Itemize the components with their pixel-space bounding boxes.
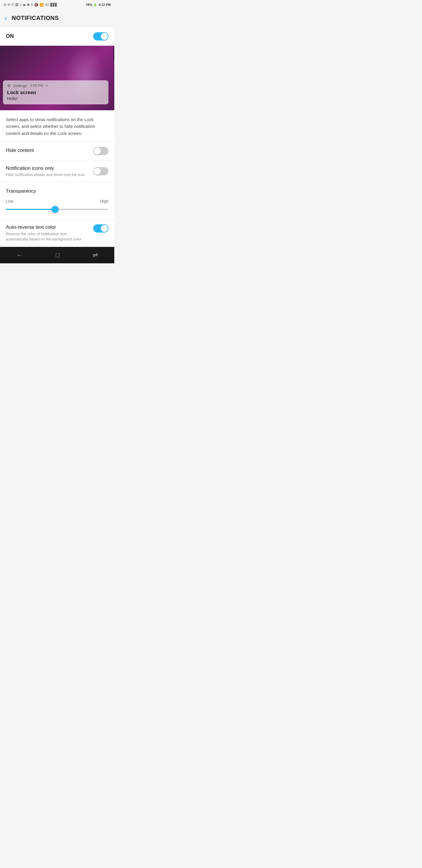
nav-back-button[interactable]: ← xyxy=(17,251,23,259)
on-toggle-row: ON xyxy=(0,27,114,46)
low-high-labels: Low High xyxy=(6,199,108,204)
notification-icons-only-title: Notification icons only xyxy=(6,165,89,171)
transparency-slider[interactable] xyxy=(6,207,108,212)
notification-icons-only-subtitle: Hide notification details and show only … xyxy=(6,172,89,178)
nav-recents-button[interactable]: ⇌ xyxy=(93,251,98,259)
notification-icons-only-toggle[interactable] xyxy=(93,167,108,175)
status-icon-mute: 🔇 xyxy=(34,3,38,7)
notification-icons-only-toggle-thumb xyxy=(94,168,101,175)
on-label: ON xyxy=(6,33,14,39)
auto-reverse-toggle[interactable] xyxy=(93,224,108,232)
status-icon-instagram: ◻ xyxy=(20,3,22,7)
low-label: Low xyxy=(6,199,13,204)
auto-reverse-toggle-thumb xyxy=(101,225,108,232)
auto-reverse-subtitle: Reverse the color of notification text a… xyxy=(6,231,89,242)
status-icon-gmail: ✉ xyxy=(8,3,10,7)
notif-dropdown-icon: ▾ xyxy=(46,84,48,88)
clock: 4:12 PM xyxy=(98,3,111,6)
status-icon-gallery: 🖼 xyxy=(15,3,19,6)
status-icon-youtube: ▶ xyxy=(24,3,26,7)
auto-reverse-section: Auto-reverse text color Reverse the colo… xyxy=(0,220,114,247)
status-icons-right: 78% 🔋 4:12 PM xyxy=(86,3,111,7)
status-icon-missed-call: ✆ xyxy=(11,3,14,7)
auto-reverse-title: Auto-reverse text color xyxy=(6,224,89,230)
slider-fill xyxy=(6,209,55,210)
notif-app-name: Settings xyxy=(13,84,27,88)
header: ‹ NOTIFICATIONS xyxy=(0,9,114,27)
scroll-thumb xyxy=(113,46,114,60)
notif-time: 4:09 PM xyxy=(30,84,43,88)
status-icon-signal: ▋▋▋ xyxy=(51,3,58,7)
back-button[interactable]: ‹ xyxy=(5,14,7,22)
slider-thumb[interactable] xyxy=(52,206,59,213)
status-icon-settings: ⚙ xyxy=(3,3,6,7)
description-section: Select apps to show notifications on the… xyxy=(0,110,114,142)
high-label: High xyxy=(100,199,108,204)
hide-content-toggle[interactable] xyxy=(93,147,108,155)
status-icon-wifi: 📶 xyxy=(39,3,44,7)
notification-icons-only-row: Notification icons only Hide notificatio… xyxy=(0,161,114,182)
hide-content-row: Hide content xyxy=(0,142,114,161)
battery-icon: 🔋 xyxy=(93,3,97,7)
notif-body: Hello! xyxy=(7,96,104,101)
auto-reverse-info: Auto-reverse text color Reverse the colo… xyxy=(6,224,93,242)
bottom-nav: ← □ ⇌ xyxy=(0,247,114,264)
notif-app-icon: ⚙ xyxy=(7,83,11,88)
status-icon-4g: 4G xyxy=(45,3,49,6)
hide-content-label: Hide content xyxy=(6,148,34,153)
notification-icons-only-info: Notification icons only Hide notificatio… xyxy=(6,165,93,178)
transparency-section: Transparency Low High xyxy=(0,182,114,220)
scroll-indicator xyxy=(113,46,114,110)
status-icons-left: ⚙ ✉ ✆ 🖼 ◻ ▶ ✱ N 🔇 📶 4G ▋▋▋ xyxy=(3,3,58,7)
transparency-title: Transparency xyxy=(6,188,108,194)
status-icon-bluetooth: ✱ xyxy=(27,3,30,7)
status-icon-nfc: N xyxy=(31,3,33,6)
status-bar: ⚙ ✉ ✆ 🖼 ◻ ▶ ✱ N 🔇 📶 4G ▋▋▋ 78% 🔋 4:12 PM xyxy=(0,0,114,9)
hide-content-toggle-thumb xyxy=(94,148,101,155)
notification-header: ⚙ Settings 4:09 PM ▾ xyxy=(7,83,104,88)
lock-screen-preview: ⚙ Settings 4:09 PM ▾ Lock screen Hello! xyxy=(0,46,114,110)
notification-card: ⚙ Settings 4:09 PM ▾ Lock screen Hello! xyxy=(3,80,108,104)
battery-percentage: 78% xyxy=(86,3,92,6)
nav-home-button[interactable]: □ xyxy=(56,251,60,259)
on-toggle-thumb xyxy=(101,33,108,40)
description-text: Select apps to show notifications on the… xyxy=(6,116,108,137)
on-toggle[interactable] xyxy=(93,32,108,40)
notif-title: Lock screen xyxy=(7,90,104,96)
page-title: NOTIFICATIONS xyxy=(12,15,59,22)
